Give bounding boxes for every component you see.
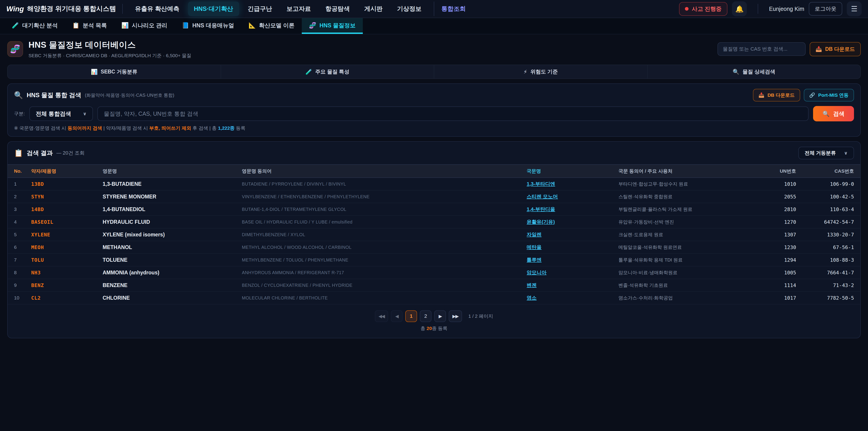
cell-cas-number: 64742-54-7 (800, 219, 854, 225)
cell-korean-name-link[interactable]: 벤젠 (527, 282, 615, 288)
cell-english-synonyms: BASE OIL / HYDRAULIC FLUID / Y LUBE / em… (242, 219, 523, 225)
incident-dot-icon (685, 7, 688, 11)
page-button[interactable]: ◀◀ (375, 310, 388, 322)
nav-item[interactable]: 통합조회 (434, 2, 472, 16)
behavior-filter-select[interactable]: 전체 거동분류 ∨ (798, 147, 854, 159)
section-label: SEBC 거동분류 (101, 68, 137, 75)
cell-abbreviation: XYLENE (31, 232, 99, 238)
cell-un-number: 1010 (753, 181, 796, 187)
column-header: 국문명 (527, 168, 615, 174)
tab[interactable]: 🧪 대기확산 분석 (4, 18, 65, 34)
cell-un-number: 1005 (753, 270, 796, 276)
cell-no: 6 (14, 245, 28, 250)
pagination: ◀◀◀12▶▶▶ 1 / 2 페이지 (8, 304, 860, 324)
tab-label: 대기확산 분석 (22, 22, 58, 29)
hint-part: ※ 국문명·영문명 검색 시 (14, 125, 68, 131)
tab-icon: 📋 (72, 22, 79, 29)
nav-item[interactable]: 기상정보 (391, 2, 428, 16)
cell-korean-synonyms: 부틸렌글리콜·플라스틱 가소제 원료 (618, 206, 749, 212)
db-download-small-button[interactable]: 📥 DB 다운로드 (753, 89, 800, 101)
nav-item[interactable]: 긴급구난 (242, 2, 278, 16)
page-button[interactable]: ▶ (434, 310, 446, 322)
cell-korean-name-link[interactable]: 톨루엔 (527, 256, 615, 263)
search-type-select[interactable]: 전체 통합검색 ∨ (29, 106, 93, 121)
cell-no: 9 (14, 282, 28, 288)
incident-label: 사고 진행중 (692, 5, 721, 13)
nav-item[interactable]: 게시판 (359, 2, 389, 16)
cell-cas-number: 1330-20-7 (800, 232, 854, 238)
section-link[interactable]: ⚡ 위험도 기준 (434, 65, 647, 79)
page-button[interactable]: ◀ (391, 310, 403, 322)
cell-korean-name-link[interactable]: 1,4-부탄디올 (527, 206, 615, 213)
notification-bell-button[interactable]: 🔔 (732, 1, 747, 16)
search-heading: HNS 물질 통합 검색 (27, 91, 81, 99)
unified-search-input[interactable] (97, 106, 809, 121)
portmis-link-button[interactable]: 🔗 Port-MIS 연동 (804, 89, 854, 101)
logout-button[interactable]: 로그아웃 (809, 2, 842, 16)
page-button[interactable]: ▶▶ (449, 310, 462, 322)
table-row: 1 13BD 1,3-BUTADIENE BUTADIENE / PYRROYL… (8, 178, 860, 190)
page-subtitle: SEBC 거동분류 · CHRIS/CAMEO DB · AEGL/ERPG/I… (29, 53, 191, 59)
page-button[interactable]: 2 (420, 310, 432, 322)
table-row: 10 CL2 CHLORINE MOLECULAR CHLORINE / BER… (8, 292, 860, 304)
app-logo: Wing 해양환경 위기대응 통합시스템 (6, 4, 116, 13)
search-panel: 🔍 HNS 물질 통합 검색 (화물약어·제품명·동의어·CAS·UN번호 통합… (7, 83, 861, 137)
cell-korean-name-link[interactable]: 윤활유(기유) (527, 219, 615, 225)
tab-label: 시나리오 관리 (132, 22, 167, 29)
cell-korean-name-link[interactable]: 염소 (527, 295, 615, 301)
cell-english-synonyms: BUTANE-1,4-DIOL / TETRAMETHYLENE GLYCOL (242, 207, 523, 212)
cell-english-synonyms: BUTADIENE / PYRROYLENE / DIVINYL / BIVIN… (242, 182, 523, 187)
link-icon: 🔗 (809, 92, 815, 98)
search-button[interactable]: 🔍 검색 (813, 106, 854, 121)
tab[interactable]: 📋 분석 목록 (65, 18, 114, 34)
cell-english-name: BENZENE (103, 282, 238, 288)
cell-english-name: HYDRAULIC FLUID (103, 219, 238, 225)
tab[interactable]: 📐 확산모델 이론 (241, 18, 302, 34)
tab[interactable]: 🧬 HNS 물질정보 (302, 18, 363, 34)
cell-korean-name-link[interactable]: 자일렌 (527, 231, 615, 238)
cell-english-synonyms: METHYL ALCOHOL / WOOD ALCOHOL / CARBINOL (242, 245, 523, 250)
section-link[interactable]: 📊 SEBC 거동분류 (8, 65, 221, 79)
tab[interactable]: 📘 HNS 대응매뉴얼 (175, 18, 241, 34)
column-header: UN번호 (753, 168, 796, 174)
section-link[interactable]: 🧪 주요 물질 특성 (221, 65, 434, 79)
cell-cas-number: 67-56-1 (800, 245, 854, 250)
cell-korean-synonyms: 암모니아·비료·냉매화학원료 (618, 269, 749, 276)
column-header: 약자/제품명 (31, 168, 99, 174)
total-registered: 총 20종 등록 (8, 324, 860, 338)
cell-abbreviation: MEOH (31, 245, 99, 250)
cell-english-synonyms: DIMETHYLBENZENE / XYLOL (242, 232, 523, 237)
search-type-label: 구분: (14, 111, 25, 117)
nav-item[interactable]: 보고자료 (281, 2, 317, 16)
page-button[interactable]: 1 (405, 310, 417, 322)
cell-abbreviation: TOLU (31, 257, 99, 263)
quick-search-input[interactable] (717, 42, 806, 56)
cell-korean-name-link[interactable]: 1,3-부타디엔 (527, 181, 615, 187)
section-icon: 🧪 (305, 69, 312, 75)
tab[interactable]: 📊 시나리오 관리 (114, 18, 175, 34)
main-nav: 유출유 확산예측HNS·대기확산긴급구난보고자료항공탐색게시판기상정보통합조회 (129, 2, 472, 16)
hamburger-icon: ☰ (851, 4, 858, 13)
cell-korean-name-link[interactable]: 메탄올 (527, 244, 615, 251)
section-icon: ⚡ (524, 69, 527, 75)
cell-abbreviation: 13BD (31, 181, 99, 187)
nav-item[interactable]: 항공탐색 (320, 2, 356, 16)
nav-item[interactable]: HNS·대기확산 (188, 2, 239, 16)
tab-icon: 📊 (121, 22, 129, 29)
db-download-button[interactable]: 📥 DB 다운로드 (810, 42, 861, 56)
chevron-down-icon: ∨ (844, 150, 848, 156)
cell-english-name: 1,4-BUTANEDIOL (103, 206, 238, 212)
cell-korean-synonyms: 부타디엔·합성고무·합성수지 원료 (618, 181, 749, 187)
table-row: 6 MEOH METHANOL METHYL ALCOHOL / WOOD AL… (8, 241, 860, 254)
cell-un-number: 2055 (753, 194, 796, 199)
incident-status-badge[interactable]: 사고 진행중 (679, 2, 727, 16)
nav-item[interactable]: 유출유 확산예측 (129, 2, 185, 16)
cell-no: 7 (14, 257, 28, 263)
cell-no: 4 (14, 219, 28, 225)
hamburger-menu-button[interactable]: ☰ (847, 1, 862, 16)
section-link[interactable]: 🔍 물질 상세검색 (647, 65, 861, 79)
cell-korean-name-link[interactable]: 암모니아 (527, 269, 615, 276)
download-icon: 📥 (758, 92, 764, 98)
cell-korean-name-link[interactable]: 스티렌 모노머 (527, 193, 615, 200)
search-icon: 🔍 (823, 111, 830, 117)
